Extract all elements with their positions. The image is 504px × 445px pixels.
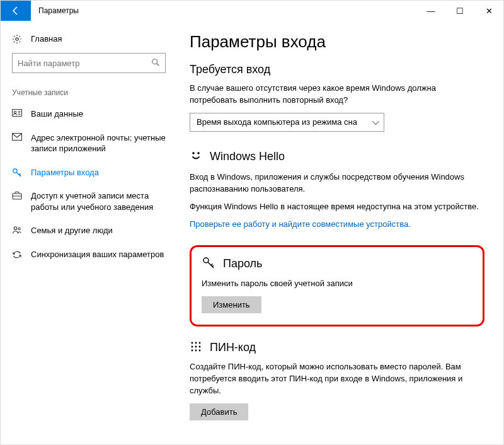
sidebar-item-signin-options[interactable]: Параметры входа [1,161,177,185]
svg-point-10 [192,152,195,154]
svg-point-9 [18,228,21,230]
sidebar-item-work-access[interactable]: Доступ к учетной записи места работы или… [1,184,177,219]
sidebar-item-label: Синхронизация ваших параметров [31,249,166,260]
search-box[interactable] [12,53,166,73]
sidebar-item-sync[interactable]: Синхронизация ваших параметров [1,243,177,267]
minimize-button[interactable]: — [416,1,445,21]
id-card-icon [12,109,22,117]
sync-icon [12,250,22,260]
svg-point-19 [192,350,193,352]
svg-point-4 [14,111,16,113]
svg-line-2 [157,63,159,66]
sidebar-item-family[interactable]: Семья и другие люди [1,219,177,243]
add-pin-button[interactable]: Добавить [190,403,248,420]
search-input[interactable] [18,59,151,68]
pin-title: ПИН-код [210,341,256,354]
signin-required-desc: В случае вашего отсутствия через какое в… [190,83,484,107]
svg-point-21 [199,350,201,352]
sidebar-section-label: Учетные записи [1,82,177,102]
page-title: Параметры входа [190,32,484,52]
svg-point-0 [16,38,18,40]
svg-point-18 [199,346,201,348]
pin-section: ПИН-код Создайте ПИН-код, который можно … [190,340,484,420]
svg-point-1 [152,59,158,64]
sidebar-item-email[interactable]: Адрес электронной почты; учетные записи … [1,126,177,161]
hello-link[interactable]: Проверьте ее работу и найдите совместимы… [190,219,411,229]
svg-point-11 [197,152,200,154]
sidebar-item-label: Адрес электронной почты; учетные записи … [31,132,166,154]
home-label: Главная [31,34,62,43]
smiley-icon [190,149,202,164]
password-title: Пароль [223,257,262,270]
hello-desc1: Вход в Windows, приложения и службы поср… [190,171,484,195]
change-password-button[interactable]: Изменить [202,296,261,313]
password-section-highlight: Пароль Изменить пароль своей учетной зап… [190,245,484,327]
back-button[interactable] [1,1,31,21]
sidebar-item-label: Семья и другие люди [31,225,166,236]
svg-point-17 [195,346,197,348]
combo-value: Время выхода компьютера из режима сна [197,117,357,127]
svg-point-14 [195,342,197,344]
maximize-button[interactable]: ☐ [445,1,474,21]
gear-icon [12,34,22,44]
hello-title: Windows Hello [210,150,285,163]
search-icon [151,58,160,69]
key-icon [202,256,215,272]
title-bar: Параметры — ☐ ✕ [1,1,503,21]
svg-point-20 [195,350,197,352]
close-button[interactable]: ✕ [474,1,503,21]
password-desc: Изменить пароль своей учетной записи [202,278,472,290]
svg-point-12 [203,258,209,263]
signin-timeout-combo[interactable]: Время выхода компьютера из режима сна [190,113,384,132]
app-title: Параметры [31,6,416,15]
svg-point-15 [199,342,201,344]
sidebar-item-label: Доступ к учетной записи места работы или… [31,190,166,212]
hello-desc2: Функция Windows Hello в настоящее время … [190,201,484,213]
key-icon [12,168,22,178]
briefcase-icon [12,191,22,200]
home-nav-item[interactable]: Главная [1,28,177,50]
sidebar-item-label: Ваши данные [31,108,166,120]
pin-desc: Создайте ПИН-код, который можно использо… [190,361,484,397]
people-icon [12,226,22,234]
sidebar-item-your-info[interactable]: Ваши данные [1,102,177,126]
keypad-icon [190,340,202,355]
svg-point-13 [192,342,193,344]
svg-point-6 [13,168,17,172]
mail-icon [12,133,22,141]
sidebar: Главная Учетные записи Ваши данные Адрес… [1,21,177,444]
svg-point-16 [192,346,193,348]
signin-required-title: Требуется вход [190,63,484,76]
svg-point-8 [14,227,17,230]
chevron-down-icon [372,118,379,125]
sidebar-item-label: Параметры входа [31,167,166,178]
main-content: Параметры входа Требуется вход В случае … [177,21,503,444]
window-controls: — ☐ ✕ [416,1,503,21]
